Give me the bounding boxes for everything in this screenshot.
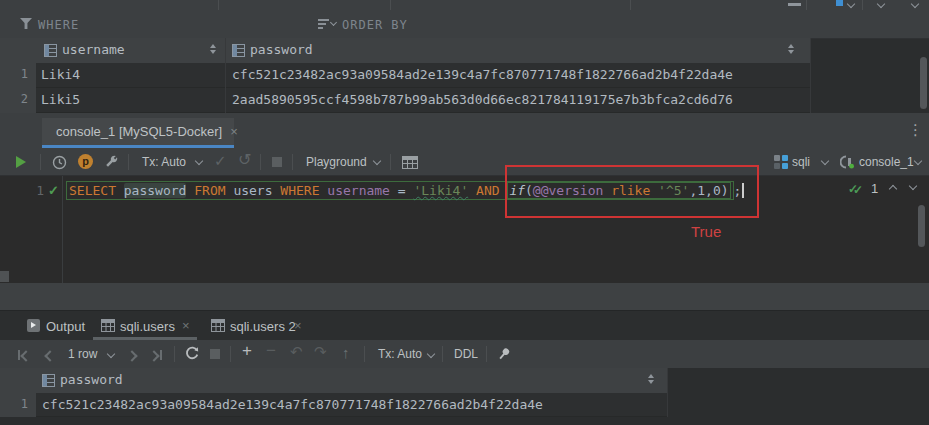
- cropped-icon: [788, 3, 801, 6]
- cell-password[interactable]: cfc521c23482ac93a09584ad2e139c4a7fc87077…: [226, 63, 810, 88]
- ddl-button[interactable]: DDL: [454, 347, 478, 361]
- rollback-icon[interactable]: ↺: [238, 152, 251, 168]
- chevron-down-icon: [107, 350, 115, 358]
- playground-dropdown[interactable]: Playground: [306, 155, 367, 169]
- sql-token: users: [233, 183, 272, 198]
- divider: [806, 0, 807, 10]
- close-icon[interactable]: ×: [230, 124, 238, 139]
- sort-both-icon: [788, 44, 794, 54]
- add-row-icon[interactable]: +: [242, 343, 252, 359]
- chevron-down-icon: [914, 157, 922, 165]
- undo-icon[interactable]: ↶: [290, 344, 303, 360]
- chevron-down-icon: [911, 0, 919, 8]
- row-count-dropdown[interactable]: 1 row: [68, 347, 97, 361]
- chevron-down-icon: [821, 157, 829, 165]
- console-session-icon: [840, 155, 855, 169]
- column-icon: [44, 44, 57, 57]
- divider: [390, 0, 391, 10]
- row-number[interactable]: 1: [0, 63, 36, 88]
- sql-token: SELECT: [69, 183, 116, 198]
- divider: [218, 0, 219, 10]
- divider: [630, 0, 631, 10]
- cell-password[interactable]: cfc521c23482ac93a09584ad2e139c4a7fc87077…: [36, 393, 667, 417]
- settings-wrench-icon[interactable]: [104, 155, 119, 170]
- table-icon: [101, 319, 115, 332]
- last-page-icon[interactable]: [150, 349, 162, 363]
- sql-token: 'Liki4': [413, 183, 468, 198]
- close-icon[interactable]: ×: [182, 318, 190, 333]
- row-number[interactable]: 2: [0, 88, 36, 113]
- column-icon: [42, 374, 55, 387]
- column-icon: [232, 44, 245, 57]
- stop-icon[interactable]: [210, 349, 220, 359]
- order-by-filter-field[interactable]: ORDER BY: [342, 18, 408, 32]
- run-icon[interactable]: [16, 156, 26, 168]
- stop-icon[interactable]: [272, 157, 282, 167]
- chevron-down-icon: [877, 0, 885, 8]
- annotation-true-label: True: [691, 223, 721, 240]
- editor-tab-bar: console_1 [MySQL5-Docker] × ⋮: [0, 113, 929, 148]
- column-header-password[interactable]: password: [36, 368, 667, 393]
- splitter[interactable]: [0, 283, 929, 310]
- where-filter-field[interactable]: WHERE: [38, 18, 79, 32]
- schema-dropdown[interactable]: sqli: [792, 155, 810, 169]
- column-header-username[interactable]: username: [36, 38, 226, 63]
- next-problem-icon[interactable]: [909, 182, 917, 190]
- submit-changes-icon[interactable]: ↑: [342, 345, 350, 361]
- divider: [862, 0, 863, 10]
- red-annotation-box: [505, 165, 759, 218]
- scrollbar-corner: [0, 271, 9, 282]
- filter-funnel-icon[interactable]: [20, 18, 32, 29]
- tab-console-1[interactable]: console_1 [MySQL5-Docker] ×: [42, 118, 234, 145]
- refresh-icon[interactable]: [184, 346, 200, 362]
- chevron-down-icon: [373, 157, 381, 165]
- pin-icon[interactable]: [496, 346, 512, 362]
- console-toolbar: p Tx: Auto ✓ ↺ Playground sqli: [0, 148, 929, 176]
- grid-right-edge: [667, 368, 668, 417]
- close-icon[interactable]: ×: [294, 318, 302, 333]
- sql-token: WHERE: [280, 183, 319, 198]
- next-page-icon[interactable]: [128, 349, 136, 363]
- cell-username[interactable]: Liki5: [36, 88, 226, 113]
- cell-password[interactable]: 2aad5890595ccf4598b787b99ab563d0d66ec821…: [226, 88, 810, 113]
- sql-editor[interactable]: 1 ✓ SELECT password FROM users WHERE use…: [0, 176, 929, 283]
- parameters-icon[interactable]: p: [78, 154, 93, 169]
- first-page-icon[interactable]: [18, 349, 30, 363]
- editor-scrollbar[interactable]: [918, 205, 925, 247]
- tx-mode-dropdown[interactable]: Tx: Auto: [142, 155, 186, 169]
- result-toolbar: 1 row + − ↶ ↷ ↑ Tx: Auto DDL: [0, 340, 929, 368]
- commit-icon[interactable]: ✓: [214, 153, 227, 169]
- grid-corner-cell[interactable]: [0, 368, 36, 393]
- redo-icon[interactable]: ↷: [314, 344, 327, 360]
- session-dropdown[interactable]: console_1: [859, 155, 914, 169]
- grid-right-edge: [810, 38, 811, 113]
- row-number[interactable]: 1: [0, 393, 36, 417]
- column-header-password[interactable]: password: [226, 38, 810, 63]
- schema-icon: [774, 155, 788, 169]
- output-terminal-icon: [27, 319, 40, 332]
- result-grid: password 1 cfc521c23482ac93a09584ad2e139…: [0, 368, 929, 425]
- sql-token: FROM: [194, 183, 225, 198]
- tab-title: console_1 [MySQL5-Docker]: [56, 124, 222, 139]
- sql-token: AND: [476, 183, 499, 198]
- datagrip-window: WHERE ORDER BY username: [0, 0, 929, 425]
- grid-filter-bar: WHERE ORDER BY: [0, 10, 929, 39]
- statement-ok-icon: ✓: [48, 183, 59, 198]
- grid-corner-cell[interactable]: [0, 38, 36, 63]
- cell-username[interactable]: Liki4: [36, 63, 226, 88]
- output-layout-icon[interactable]: [402, 156, 418, 169]
- more-vertical-icon[interactable]: ⋮: [908, 121, 923, 139]
- tx-mode-dropdown[interactable]: Tx: Auto: [378, 347, 422, 361]
- sql-token: username: [327, 183, 390, 198]
- inspections-ok-icon: ✓ ✓: [848, 182, 866, 196]
- column-divider: [225, 38, 226, 113]
- sql-token: password: [124, 183, 187, 198]
- sort-both-icon: [648, 374, 654, 384]
- chevron-down-icon: [847, 0, 855, 8]
- grid-scrollbar[interactable]: [920, 57, 927, 109]
- inspection-count: 1: [871, 181, 878, 196]
- history-clock-icon[interactable]: [52, 155, 67, 170]
- prev-problem-icon[interactable]: [889, 185, 897, 193]
- prev-page-icon[interactable]: [46, 349, 54, 363]
- delete-row-icon[interactable]: −: [266, 343, 276, 359]
